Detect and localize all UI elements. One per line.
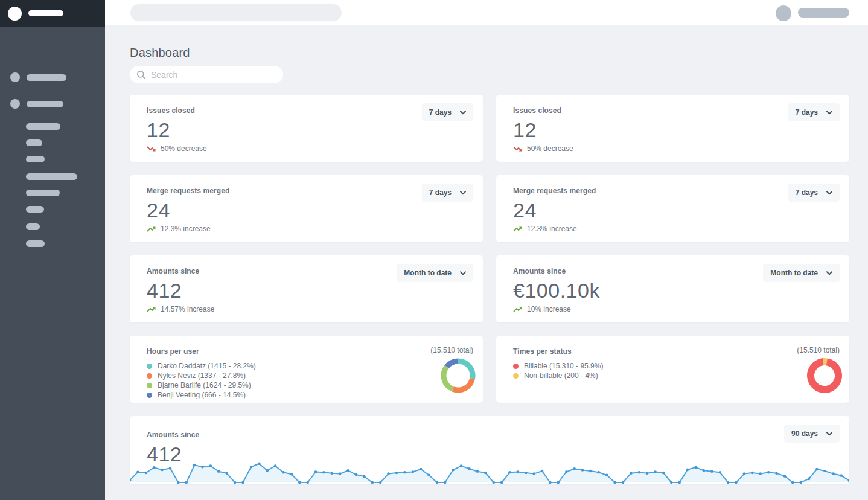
sidebar [0,0,105,500]
legend-item: Benji Veeting (666 - 14.5%) [147,390,473,400]
legend-label: Bjarne Barlife (1624 - 29.5%) [158,381,251,389]
sidebar-nav [0,27,105,500]
sidebar-item-6[interactable] [26,188,60,197]
card-issues-closed: Issues closed 12 50% decrease 7 days [496,95,849,162]
sidebar-item-3[interactable] [26,138,42,147]
legend-item: Nyles Neviz (1337 - 27.8%) [147,371,473,380]
trend-label: 10% increase [527,305,571,313]
period-label: 7 days [429,108,452,117]
card-merge-requests: Merge requests merged 24 12.3% increase … [496,175,849,242]
search-input[interactable] [151,70,272,80]
trending-up-icon [513,225,523,233]
sidebar-item-8[interactable] [26,222,40,231]
chevron-down-icon [460,111,466,115]
sidebar-item-0[interactable] [10,72,66,82]
card-amounts-since-chart: Amounts since 412 90 days [130,416,849,484]
card-value: 24 [513,199,840,221]
nav-item-label-placeholder [26,190,60,196]
card-value: 412 [147,280,473,301]
period-label: 7 days [796,108,818,117]
trending-down-icon [147,145,156,153]
donut-chart-hours-per-user [438,356,478,396]
nav-item-label-placeholder [26,156,45,162]
card-value: 24 [147,199,473,221]
legend-dot-icon [147,364,152,369]
chevron-down-icon [826,271,832,275]
card-merge-requests: Merge requests merged 24 12.3% increase … [130,175,483,242]
legend-label: Darko Daddatz (1415 - 28.2%) [158,362,256,370]
period-label: 7 days [796,188,818,197]
period-dropdown[interactable]: 7 days [788,184,840,202]
trend-label: 12.3% increase [161,225,211,233]
chevron-down-icon [826,191,832,195]
card-value: 12 [147,119,473,141]
nav-item-label-placeholder [27,74,66,81]
trend-label: 12.3% increase [527,225,577,233]
period-label: 7 days [429,188,452,197]
period-dropdown[interactable]: 7 days [422,103,473,121]
legend-dot-icon [513,373,519,379]
donut-chart-times-per-status [805,356,844,396]
user-name-placeholder [798,8,849,18]
trending-up-icon [513,306,523,313]
period-dropdown[interactable]: Month to date [397,264,473,282]
trending-down-icon [513,145,523,153]
legend-dot-icon [513,364,519,369]
legend-item: Non-billable (200 - 4%) [513,371,840,380]
trend-label: 50% decrease [161,144,207,153]
sidebar-item-9[interactable] [26,239,45,248]
period-label: 90 days [791,429,818,438]
search-box [130,66,283,83]
nav-item-label-placeholder [26,206,44,213]
nav-item-label-placeholder [26,173,77,180]
logo-icon [8,7,22,21]
trend-label: 14.57% increase [161,305,214,313]
legend-label: Non-billable (200 - 4%) [524,371,598,380]
sidebar-logo[interactable] [0,0,105,27]
card-value: 12 [513,119,840,141]
period-label: Month to date [404,269,452,277]
card-title: Hours per user [147,347,473,356]
line-chart-amounts [130,457,849,484]
total-label: (15.510 total) [430,346,473,354]
sidebar-item-5[interactable] [26,171,77,181]
card-trend: 14.57% increase [147,305,473,313]
card-title: Amounts since [147,431,840,439]
period-dropdown[interactable]: 7 days [788,103,840,121]
card-title: Times per status [513,347,840,356]
card-issues-closed: Issues closed 12 50% decrease 7 days [130,95,483,162]
nav-item-icon [10,99,20,109]
legend-label: Benji Veeting (666 - 14.5%) [158,391,246,399]
chevron-down-icon [460,191,466,195]
card-trend: 12.3% increase [147,225,473,233]
page-title: Dashboard [130,46,868,60]
card-trend: 10% increase [513,305,840,313]
legend-label: Billable (15.310 - 95.9%) [524,362,603,370]
period-dropdown[interactable]: 90 days [784,425,840,443]
legend-dot-icon [147,383,152,388]
period-dropdown[interactable]: 7 days [422,184,473,202]
sidebar-item-7[interactable] [26,204,44,214]
topbar [105,0,868,25]
cards-grid: Issues closed 12 50% decrease 7 days Iss… [130,95,849,484]
avatar[interactable] [776,5,791,21]
card-trend: 50% decrease [513,144,840,153]
legend-dot-icon [147,393,152,398]
nav-item-icon [10,72,20,82]
card-trend: 50% decrease [147,144,473,153]
card-trend: 12.3% increase [513,225,840,233]
chevron-down-icon [826,432,832,436]
chart-legend: Darko Daddatz (1415 - 28.2%)Nyles Neviz … [147,361,473,400]
nav-item-label-placeholder [26,240,45,247]
trending-up-icon [147,306,156,313]
chevron-down-icon [460,271,466,275]
sidebar-item-1[interactable] [10,99,63,109]
period-dropdown[interactable]: Month to date [763,264,840,282]
card-amounts-since: Amounts since 412 14.57% increase Month … [130,255,483,322]
sidebar-item-4[interactable] [26,154,45,164]
main-content: Dashboard Issues closed 12 50% decrease … [105,25,868,500]
trend-label: 50% decrease [527,144,573,153]
legend-item: Bjarne Barlife (1624 - 29.5%) [147,380,473,390]
nav-item-label-placeholder [27,101,63,107]
sidebar-item-2[interactable] [26,121,60,131]
